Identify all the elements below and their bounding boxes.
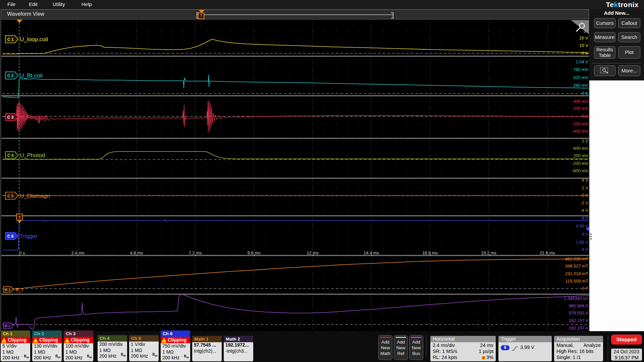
scale-label-c4: 600 mV [573,146,588,151]
channel-badge-c1[interactable]: C 1U_loop,coil [5,36,48,43]
results-table-button[interactable]: Results Table [594,46,615,59]
waveform-view-title: Waveform View [7,11,44,17]
menu-file[interactable]: File [7,1,15,7]
cursors-button[interactable]: Cursors [594,18,615,28]
channel-label-c6[interactable]: Trigger [20,233,38,239]
badge-ch2[interactable]: Ch 2 Clipping 130 mV/div 1 MΩ 200 kHzBW [32,330,62,361]
acquisition-analyze: Analyze [583,342,601,348]
channel-label-m1[interactable]: B_t [15,287,23,292]
warning-icon [64,338,70,343]
scale-label-c6: 6 V [582,216,588,221]
add-new-bus-button[interactable]: AddNewBus [409,335,423,360]
scale-label-c2: 780 mV [573,67,588,72]
more-button[interactable]: More... [618,65,640,76]
channel-badge-c2[interactable]: C 2U_Bt,coil [5,72,43,79]
badge-ch2-title: Ch 2 [32,330,62,337]
trigger-position-icon: T [482,356,485,360]
bus-color-stripe [411,337,422,338]
scale-label-c1: 10 V [579,43,588,48]
channel-badge-c3[interactable]: C 3U_Rog,coil [5,113,48,121]
badge-math1[interactable]: Math 1 57.7545 ... Intg(ch2)... [192,336,222,361]
badge-math2[interactable]: Math 2 192.1972... -intg(ch3... [224,336,253,361]
channel-badge-c4[interactable]: C 4U_Photod [5,152,45,159]
horizontal-position-bar[interactable] [197,14,393,15]
slice-separator [1,255,589,256]
scale-label-c1: 20 V [579,36,588,41]
sample-interval: 1 µs/pt [479,348,493,354]
bw-limit-icon: BW [55,353,60,361]
slice-separator [1,95,589,96]
badge-ch4-bandwidth: 200 kHzBW [98,353,127,359]
channel-label-c5[interactable]: U_Diamagn [20,193,50,199]
badge-ch6-title: Ch 6 [161,330,190,337]
time-axis-label: 19.2 ms [481,250,497,255]
trigger-position-percent: 3% [486,355,493,360]
sample-rate: SR: 1 MS/s [433,348,479,354]
scale-label-c5: 2 V [582,185,588,190]
time-axis-label: 0 s [19,250,25,255]
menu-utility[interactable]: Utility [53,1,65,7]
badge-ch4-scale: 200 mV/div [98,342,127,348]
channel-label-c3[interactable]: U_Rog,coil [20,114,48,120]
badge-ch1-bandwidth: 200 kHzBW [1,355,30,361]
slice-separator [1,138,589,139]
badge-ch4[interactable]: Ch 4 200 mV/div 1 MΩ 200 kHzBW [98,335,127,361]
badge-ch3[interactable]: Ch 3 Clipping 100 mV/div 1 MΩ 200 kHzBW [64,330,93,361]
channel-label-c4[interactable]: U_Photod [20,152,45,159]
rising-edge-icon [512,346,518,351]
time-axis-label: 4.8 ms [130,250,143,255]
badge-ch6[interactable]: Ch 6 Clipping 750 mV/div 1 MΩ 200 kHzBW [161,330,190,361]
scale-label-c3: 0 V [582,114,588,119]
acquisition-panel[interactable]: Acquisition Manual,Analyze High Res: 16 … [554,336,603,361]
bw-limit-icon: BW [87,353,92,361]
run-stop-status[interactable]: Stopped [611,335,642,345]
horizontal-panel[interactable]: Horizontal 2.4 ms/div24 ms SR: 1 MS/s1 µ… [430,336,496,361]
badge-ch6-bandwidth: 200 kHzBW [161,355,190,361]
search-button[interactable]: Search [618,32,640,42]
plot-background[interactable] [1,19,589,340]
scale-label-m1: 346.527 mT [565,263,588,268]
badge-ch1[interactable]: Ch 1 Clipping 5 V/div 1 MΩ 200 kHzBW [1,330,30,361]
badge-ch5-bandwidth: 200 kHzBW [129,353,159,359]
channel-label-c1[interactable]: U_loop,coil [20,36,48,43]
waveform-plot[interactable]: 0 s2.4 ms4.8 ms7.2 ms9.6 ms12 ms14.4 ms1… [1,19,589,340]
svg-text:C 2: C 2 [7,73,14,78]
warning-icon [161,338,167,343]
channel-badge-c6[interactable]: C 6Trigger [5,232,38,240]
channel-label-c2[interactable]: U_Bt,coil [20,72,43,79]
time-axis-label: 12 ms [307,250,319,255]
trigger-panel[interactable]: Trigger 6 3.99 V [498,336,552,361]
ref-color-stripe [395,337,406,338]
trigger-position-flag[interactable]: T [198,13,204,19]
channel-badge-m2[interactable]: M 2 [3,323,13,328]
bw-limit-icon: BW [184,353,189,361]
menu-help[interactable]: Help [82,1,92,7]
scale-label-c2: 1.04 V [576,59,588,64]
add-new-math-button[interactable]: AddNewMath [378,335,392,360]
measure-button[interactable]: Measure [594,32,615,42]
badge-ch3-title: Ch 3 [64,330,93,337]
zoom-select-button[interactable] [594,65,615,76]
badge-ch5[interactable]: Ch 5 1 V/div 1 MΩ 200 kHzBW [129,335,159,361]
scale-label-c3: -400 mV [572,129,588,134]
svg-text:C 6: C 6 [7,234,14,239]
callout-button[interactable]: Callout [618,18,640,28]
badge-ch5-title: Ch 5 [129,335,159,342]
channel-badge-c5[interactable]: C 5U_Diamagn [5,192,50,199]
bw-limit-icon: BW [152,352,157,359]
time-axis-label: 2.4 ms [71,250,85,255]
datetime-display: 24 Oct 2023 9:16:37 PM [611,349,642,361]
add-new-ref-button[interactable]: AddNewRef [394,335,408,360]
trigger-position-pointer-icon [199,10,205,13]
badge-ch5-scale: 1 V/div [129,342,159,348]
badge-ch2-scale: 130 mV/div [32,343,62,349]
badge-ch2-clipping: Clipping [32,337,62,343]
scale-label-c4: 200 mV [573,153,588,158]
scale-label-m1: 231.018 mT [565,271,588,276]
menu-edit[interactable]: Edit [29,1,38,7]
scale-label-m1: 462.036 mT [565,256,588,261]
splitter-handle[interactable]: ••• [590,233,592,240]
plot-button[interactable]: Plot [618,46,640,59]
scale-label-c5: -2 V [580,200,588,205]
scale-label-c2: 0 V [582,91,588,96]
